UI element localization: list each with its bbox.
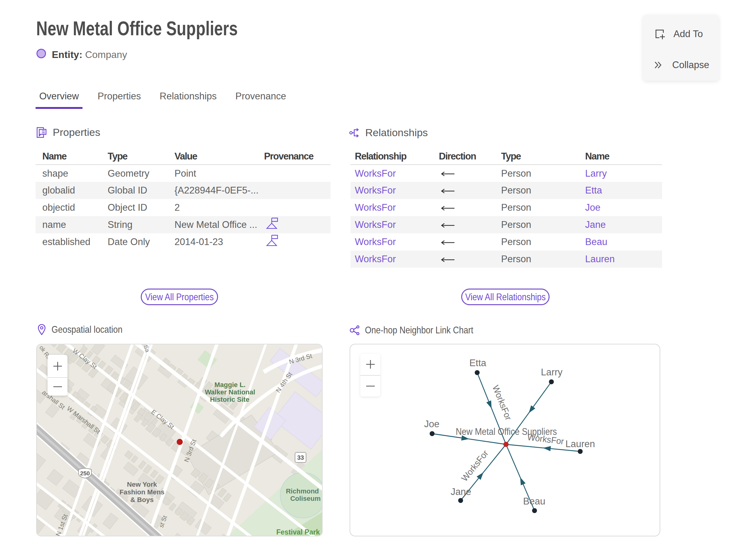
svg-text:Historic Site: Historic Site (210, 396, 249, 403)
svg-text:Maggie L.: Maggie L. (214, 381, 245, 389)
svg-text:250: 250 (80, 470, 90, 477)
svg-text:Fashion Mens: Fashion Mens (120, 488, 165, 496)
svg-text:WorksFor: WorksFor (459, 448, 490, 483)
svg-text:Larry: Larry (541, 367, 563, 378)
svg-text:Lauren: Lauren (565, 439, 595, 449)
svg-text:Etta: Etta (469, 358, 486, 368)
svg-text:Festival Park: Festival Park (276, 528, 320, 536)
svg-text:WorksFor: WorksFor (491, 384, 514, 422)
svg-text:New York: New York (127, 481, 157, 488)
svg-text:WorksFor: WorksFor (527, 432, 565, 446)
svg-text:Richmond: Richmond (286, 487, 319, 495)
svg-text:Joe: Joe (424, 419, 439, 429)
svg-text:& Boys: & Boys (130, 496, 154, 504)
svg-text:Jane: Jane (450, 486, 471, 497)
svg-text:33: 33 (297, 454, 304, 461)
svg-text:Coliseum: Coliseum (290, 495, 320, 502)
svg-text:Beau: Beau (523, 496, 545, 507)
svg-text:Walker National: Walker National (205, 388, 255, 396)
